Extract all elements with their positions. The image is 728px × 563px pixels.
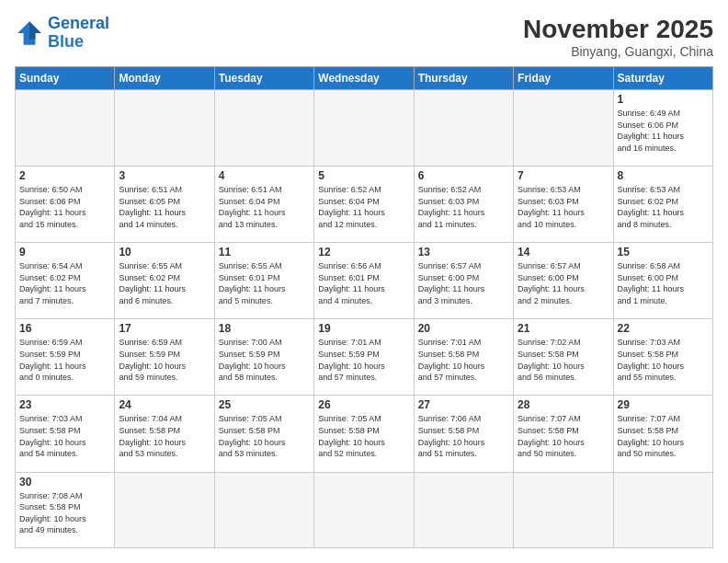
- col-tuesday: Tuesday: [214, 67, 313, 90]
- day-25: 25 Sunrise: 7:05 AMSunset: 5:58 PMDaylig…: [214, 396, 313, 472]
- page: General Blue November 2025 Binyang, Guan…: [0, 0, 728, 563]
- logo-general: General: [48, 14, 109, 32]
- month-title: November 2025: [523, 15, 713, 44]
- day-28: 28 Sunrise: 7:07 AMSunset: 5:58 PMDaylig…: [514, 396, 613, 472]
- col-thursday: Thursday: [414, 67, 513, 90]
- empty-cell: [414, 472, 513, 547]
- day-23: 23 Sunrise: 7:03 AMSunset: 5:58 PMDaylig…: [16, 396, 115, 472]
- day-4: 4 Sunrise: 6:51 AMSunset: 6:04 PMDayligh…: [214, 167, 313, 243]
- day-11: 11 Sunrise: 6:55 AMSunset: 6:01 PMDaylig…: [214, 243, 313, 319]
- logo-blue: Blue: [48, 32, 84, 51]
- empty-cell: [414, 90, 513, 167]
- day-9: 9 Sunrise: 6:54 AMSunset: 6:02 PMDayligh…: [16, 243, 115, 319]
- header: General Blue November 2025 Binyang, Guan…: [15, 15, 713, 59]
- col-saturday: Saturday: [613, 67, 712, 90]
- location: Binyang, Guangxi, China: [523, 44, 713, 59]
- empty-cell: [613, 472, 712, 547]
- day-8: 8 Sunrise: 6:53 AMSunset: 6:02 PMDayligh…: [613, 167, 712, 243]
- day-1: 1 Sunrise: 6:49 AMSunset: 6:06 PMDayligh…: [613, 90, 712, 167]
- day-16: 16 Sunrise: 6:59 AMSunset: 5:59 PMDaylig…: [16, 319, 115, 396]
- week-row-5: 23 Sunrise: 7:03 AMSunset: 5:58 PMDaylig…: [16, 396, 713, 472]
- week-row-3: 9 Sunrise: 6:54 AMSunset: 6:02 PMDayligh…: [16, 243, 713, 319]
- empty-cell: [514, 472, 613, 547]
- empty-cell: [214, 90, 313, 167]
- title-block: November 2025 Binyang, Guangxi, China: [523, 15, 713, 59]
- day-19: 19 Sunrise: 7:01 AMSunset: 5:59 PMDaylig…: [314, 319, 414, 396]
- empty-cell: [514, 90, 613, 167]
- day-26: 26 Sunrise: 7:05 AMSunset: 5:58 PMDaylig…: [314, 396, 414, 472]
- day-15: 15 Sunrise: 6:58 AMSunset: 6:00 PMDaylig…: [613, 243, 712, 319]
- col-sunday: Sunday: [16, 67, 115, 90]
- day-13: 13 Sunrise: 6:57 AMSunset: 6:00 PMDaylig…: [414, 243, 513, 319]
- day-14: 14 Sunrise: 6:57 AMSunset: 6:00 PMDaylig…: [514, 243, 613, 319]
- col-friday: Friday: [514, 67, 613, 90]
- empty-cell: [314, 90, 414, 167]
- day-12: 12 Sunrise: 6:56 AMSunset: 6:01 PMDaylig…: [314, 243, 414, 319]
- day-24: 24 Sunrise: 7:04 AMSunset: 5:58 PMDaylig…: [115, 396, 214, 472]
- empty-cell: [115, 472, 214, 547]
- day-7: 7 Sunrise: 6:53 AMSunset: 6:03 PMDayligh…: [514, 167, 613, 243]
- day-27: 27 Sunrise: 7:06 AMSunset: 5:58 PMDaylig…: [414, 396, 513, 472]
- day-20: 20 Sunrise: 7:01 AMSunset: 5:58 PMDaylig…: [414, 319, 513, 396]
- empty-cell: [214, 472, 313, 547]
- day-22: 22 Sunrise: 7:03 AMSunset: 5:58 PMDaylig…: [613, 319, 712, 396]
- svg-marker-1: [29, 21, 41, 39]
- day-5: 5 Sunrise: 6:52 AMSunset: 6:04 PMDayligh…: [314, 167, 414, 243]
- weekday-header-row: Sunday Monday Tuesday Wednesday Thursday…: [16, 67, 713, 90]
- week-row-1: 1 Sunrise: 6:49 AMSunset: 6:06 PMDayligh…: [16, 90, 713, 167]
- day-2: 2 Sunrise: 6:50 AMSunset: 6:06 PMDayligh…: [16, 167, 115, 243]
- day-17: 17 Sunrise: 6:59 AMSunset: 5:59 PMDaylig…: [115, 319, 214, 396]
- col-monday: Monday: [115, 67, 214, 90]
- day-1-info: Sunrise: 6:49 AMSunset: 6:06 PMDaylight:…: [618, 108, 709, 154]
- day-29: 29 Sunrise: 7:07 AMSunset: 5:58 PMDaylig…: [613, 396, 712, 472]
- empty-cell: [16, 90, 115, 167]
- calendar: Sunday Monday Tuesday Wednesday Thursday…: [15, 66, 713, 548]
- day-21: 21 Sunrise: 7:02 AMSunset: 5:58 PMDaylig…: [514, 319, 613, 396]
- day-6: 6 Sunrise: 6:52 AMSunset: 6:03 PMDayligh…: [414, 167, 513, 243]
- day-30: 30 Sunrise: 7:08 AMSunset: 5:58 PMDaylig…: [16, 472, 115, 547]
- empty-cell: [314, 472, 414, 547]
- logo-icon: [15, 18, 44, 48]
- week-row-2: 2 Sunrise: 6:50 AMSunset: 6:06 PMDayligh…: [16, 167, 713, 243]
- logo-text: General Blue: [48, 15, 109, 52]
- logo: General Blue: [15, 15, 109, 52]
- day-10: 10 Sunrise: 6:55 AMSunset: 6:02 PMDaylig…: [115, 243, 214, 319]
- day-3: 3 Sunrise: 6:51 AMSunset: 6:05 PMDayligh…: [115, 167, 214, 243]
- week-row-6: 30 Sunrise: 7:08 AMSunset: 5:58 PMDaylig…: [16, 472, 713, 547]
- col-wednesday: Wednesday: [314, 67, 414, 90]
- week-row-4: 16 Sunrise: 6:59 AMSunset: 5:59 PMDaylig…: [16, 319, 713, 396]
- day-18: 18 Sunrise: 7:00 AMSunset: 5:59 PMDaylig…: [214, 319, 313, 396]
- empty-cell: [115, 90, 214, 167]
